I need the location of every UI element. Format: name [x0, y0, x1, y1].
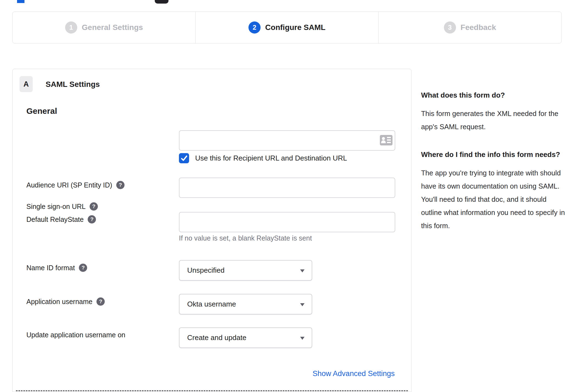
chevron-down-icon — [300, 337, 305, 340]
step-1-label: General Settings — [82, 23, 143, 32]
name-id-format-value: Unspecified — [187, 266, 225, 275]
application-username-help-icon[interactable]: ? — [96, 297, 105, 306]
general-section-heading: General — [26, 106, 57, 116]
panel-title: SAML Settings — [46, 80, 100, 89]
application-username-select[interactable]: Okta username — [179, 294, 312, 314]
name-id-format-help-icon[interactable]: ? — [79, 264, 87, 272]
sso-url-label-text: Single sign-on URL — [26, 203, 85, 211]
update-app-username-select[interactable]: Create and update — [179, 327, 312, 348]
application-username-label-text: Application username — [26, 298, 92, 306]
update-app-username-label: Update application username on — [26, 331, 125, 339]
audience-uri-label: Audience URI (SP Entity ID) ? — [26, 181, 125, 189]
update-app-username-label-text: Update application username on — [26, 331, 125, 339]
default-relaystate-label-text: Default RelayState — [26, 216, 84, 223]
sso-url-help-icon[interactable]: ? — [90, 202, 98, 211]
name-id-format-label-text: Name ID format — [26, 264, 75, 272]
audience-uri-help-icon[interactable]: ? — [116, 181, 125, 189]
checkmark-icon — [181, 155, 188, 162]
help-heading: What does this form do? — [421, 89, 565, 101]
step-2-label: Configure SAML — [265, 23, 325, 32]
saml-settings-panel: A SAML Settings General Single sign-on U… — [12, 69, 411, 392]
top-edge-logo-fragment — [155, 0, 168, 4]
help-body: The app you're trying to integrate with … — [421, 166, 565, 232]
help-heading: Where do I find the info this form needs… — [421, 149, 565, 160]
wizard-stepper: 1 General Settings 2 Configure SAML 3 Fe… — [12, 12, 562, 43]
application-username-value: Okta username — [187, 300, 236, 308]
sso-url-label: Single sign-on URL ? — [26, 202, 98, 211]
default-relaystate-label: Default RelayState ? — [26, 215, 96, 223]
application-username-label: Application username ? — [26, 297, 105, 306]
name-id-format-select[interactable]: Unspecified — [179, 260, 312, 281]
chevron-down-icon — [300, 269, 305, 272]
default-relaystate-help-icon[interactable]: ? — [88, 215, 96, 223]
help-body: This form generates the XML needed for t… — [421, 107, 565, 133]
audience-uri-input[interactable] — [179, 178, 395, 198]
update-app-username-value: Create and update — [187, 333, 246, 342]
show-advanced-settings-link[interactable]: Show Advanced Settings — [313, 369, 395, 378]
step-1-number-badge: 1 — [65, 21, 77, 34]
relaystate-helper-text: If no value is set, a blank RelayState i… — [179, 234, 312, 242]
section-a-badge: A — [20, 76, 33, 92]
step-general-settings[interactable]: 1 General Settings — [13, 12, 195, 43]
step-feedback[interactable]: 3 Feedback — [378, 12, 561, 43]
help-section-where: Where do I find the info this form needs… — [421, 149, 565, 232]
sso-url-input[interactable] — [179, 130, 395, 151]
recipient-url-checkbox-row: Use this for Recipient URL and Destinati… — [179, 153, 347, 163]
step-configure-saml[interactable]: 2 Configure SAML — [195, 12, 378, 43]
help-panel: What does this form do? This form genera… — [421, 89, 565, 232]
step-3-label: Feedback — [461, 23, 496, 32]
step-2-number-badge: 2 — [248, 21, 261, 34]
contact-card-icon[interactable] — [380, 135, 392, 145]
default-relaystate-input[interactable] — [179, 212, 395, 232]
dashed-section-divider — [16, 390, 408, 391]
name-id-format-label: Name ID format ? — [26, 264, 87, 272]
help-section-what: What does this form do? This form genera… — [421, 89, 565, 133]
recipient-url-checkbox[interactable] — [179, 153, 189, 163]
step-3-number-badge: 3 — [444, 21, 456, 34]
recipient-url-checkbox-label: Use this for Recipient URL and Destinati… — [195, 154, 347, 162]
chevron-down-icon — [300, 303, 305, 306]
audience-uri-label-text: Audience URI (SP Entity ID) — [26, 181, 112, 189]
top-edge-blue-fragment — [17, 0, 24, 3]
